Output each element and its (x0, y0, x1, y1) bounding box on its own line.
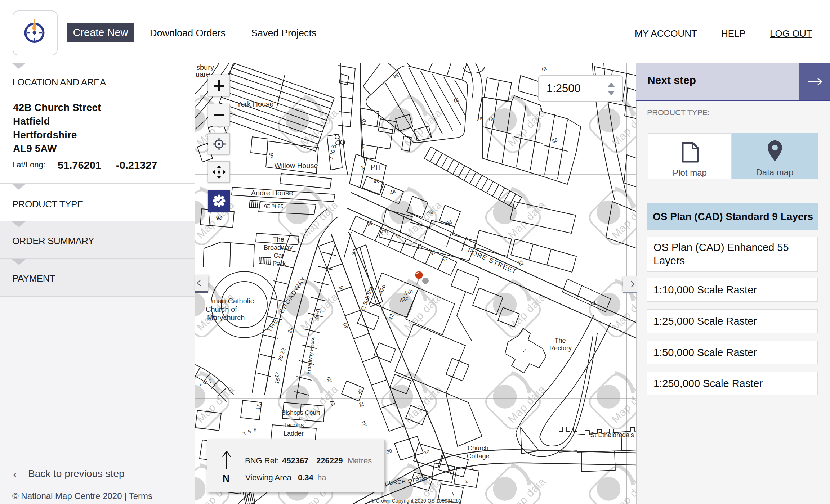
svg-text:26: 26 (216, 215, 222, 221)
svg-text:York House: York House (237, 100, 274, 108)
svg-text:Church: Church (468, 445, 488, 452)
svg-text:Broadway: Broadway (264, 244, 293, 251)
svg-text:Park: Park (272, 260, 286, 267)
svg-text:Church of: Church of (206, 305, 237, 313)
svg-text:man Catholic: man Catholic (212, 297, 254, 305)
svg-text:Ladder: Ladder (284, 430, 304, 437)
svg-text:Bishops Court: Bishops Court (282, 409, 320, 416)
svg-text:PH: PH (371, 163, 381, 171)
svg-text:Rectory: Rectory (549, 345, 572, 352)
svg-text:Jacobs: Jacobs (283, 422, 304, 429)
svg-text:Cottage: Cottage (467, 453, 489, 460)
svg-text:Andre House: Andre House (251, 189, 293, 197)
svg-text:Marychurch: Marychurch (207, 314, 245, 321)
svg-text:The: The (273, 236, 284, 243)
svg-text:Car: Car (273, 252, 284, 259)
svg-text:St Etheldreda's C: St Etheldreda's C (590, 431, 637, 438)
svg-text:19 to 25: 19 to 25 (264, 203, 284, 210)
svg-text:© Crown Copyright 2020 OS 1000: © Crown Copyright 2020 OS 100031261 (371, 498, 461, 504)
svg-text:The: The (554, 337, 566, 344)
svg-text:Willow House: Willow House (274, 162, 318, 170)
